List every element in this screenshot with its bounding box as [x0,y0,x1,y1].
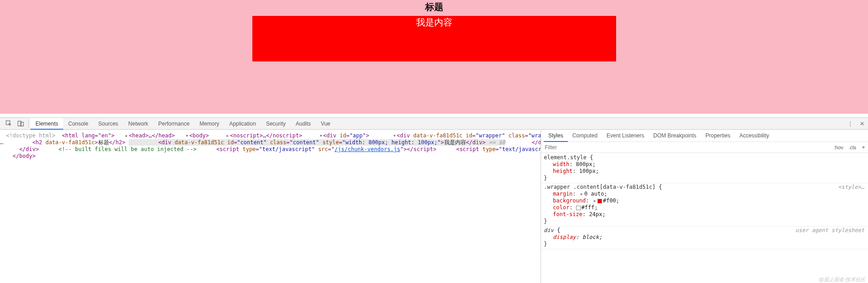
sub-tab-computed[interactable]: Computed [568,130,602,142]
devtools: ElementsConsoleSourcesNetworkPerformance… [0,117,868,283]
dom-tree[interactable]: <!doctype html> <html lang="en"> ▸<head>… [0,130,541,283]
devtools-main-tabs: ElementsConsoleSourcesNetworkPerformance… [0,118,868,130]
page-title: 标题 [0,0,868,13]
sub-tab-properties[interactable]: Properties [701,130,735,142]
tab-performance[interactable]: Performance [153,118,195,130]
divider [28,120,29,127]
inspect-element-icon[interactable] [3,118,15,130]
close-devtools-icon[interactable]: ✕ [856,118,868,130]
tab-console[interactable]: Console [63,118,93,130]
cls-toggle[interactable]: .cls [846,145,859,150]
sub-tab-accessibility[interactable]: Accessibility [735,130,773,142]
tab-vue[interactable]: Vue [316,118,336,130]
sub-tab-dom-breakpoints[interactable]: DOM Breakpoints [649,130,701,142]
styles-sub-tabs: StylesComputedEvent ListenersDOM Breakpo… [541,130,868,142]
tab-sources[interactable]: Sources [93,118,123,130]
styles-filter-input[interactable] [541,144,831,151]
rendered-page: 标题 我是内容 [0,0,868,117]
tab-network[interactable]: Network [123,118,153,130]
svg-rect-1 [18,121,21,126]
more-icon[interactable]: ⋮ [844,118,856,130]
new-style-rule-icon[interactable]: + [859,144,868,151]
tab-memory[interactable]: Memory [195,118,224,130]
sub-tab-styles[interactable]: Styles [544,130,568,142]
content-box: 我是内容 [252,16,616,61]
tab-application[interactable]: Application [224,118,261,130]
rules-list[interactable]: element.style {width: 800px;height: 100p… [541,153,868,283]
sub-tab-event-listeners[interactable]: Event Listeners [602,130,649,142]
hov-toggle[interactable]: :hov [831,145,846,150]
tab-security[interactable]: Security [261,118,291,130]
svg-rect-2 [20,122,24,126]
tab-elements[interactable]: Elements [30,118,63,130]
device-toolbar-icon[interactable] [15,118,26,130]
wrapper: 标题 我是内容 [0,0,868,114]
tab-audits[interactable]: Audits [291,118,316,130]
styles-pane: StylesComputedEvent ListenersDOM Breakpo… [541,130,868,283]
